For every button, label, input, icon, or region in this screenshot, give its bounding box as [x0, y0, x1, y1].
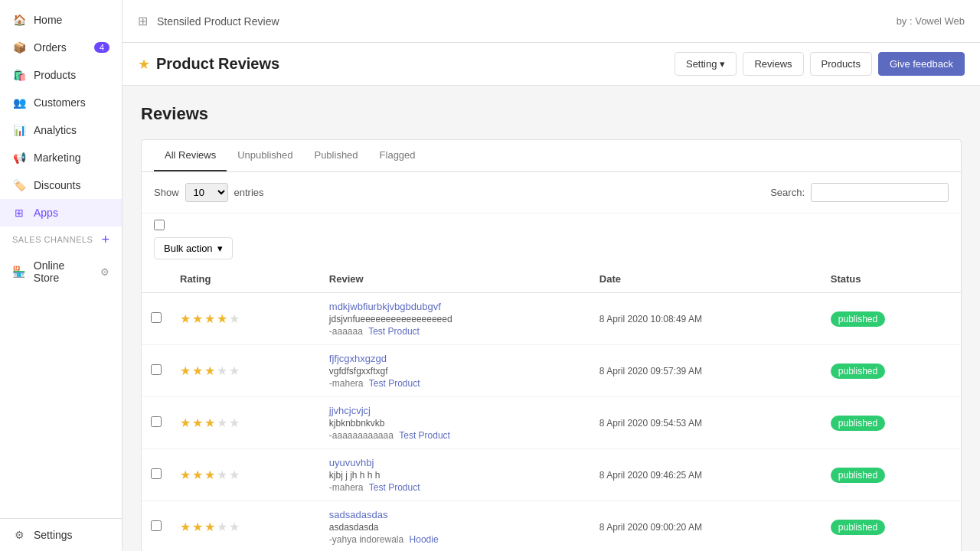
star-rating: ★★★★★: [180, 311, 311, 326]
page-title: Product Reviews: [156, 55, 279, 73]
table-header-row: Rating Review Date Status: [142, 266, 961, 293]
row-review-cell: sadsadasdas asdasdasda -yahya indorewala…: [320, 501, 590, 552]
setting-button[interactable]: Setting ▾: [675, 52, 737, 76]
row-rating-cell: ★★★★★: [171, 449, 320, 501]
search-input[interactable]: [811, 183, 949, 202]
review-title[interactable]: fjfjcgxhxgzgd: [329, 353, 581, 364]
star-filled-icon: ★: [192, 468, 203, 482]
online-store-icon: 🏪: [12, 265, 26, 279]
star-filled-icon: ★: [217, 311, 227, 326]
star-empty-icon: ★: [217, 416, 227, 430]
tab-all-reviews[interactable]: All Reviews: [154, 140, 227, 171]
review-author: -aaaaaa Test Product: [329, 326, 581, 337]
bulk-action-button[interactable]: Bulk action ▾: [154, 237, 233, 259]
sidebar: 🏠 Home 📦 Orders 4 🛍️ Products 👥 Customer…: [0, 0, 122, 551]
star-filled-icon: ★: [204, 416, 215, 430]
give-feedback-button[interactable]: Give feedback: [878, 52, 965, 76]
row-checkbox[interactable]: [151, 416, 162, 427]
tab-published[interactable]: Published: [303, 140, 368, 171]
product-link[interactable]: Test Product: [368, 326, 420, 337]
product-link[interactable]: Test Product: [399, 430, 450, 441]
star-empty-icon: ★: [229, 364, 240, 378]
customers-icon: 👥: [12, 96, 26, 109]
star-filled-icon: ★: [180, 364, 191, 378]
sidebar-item-apps[interactable]: ⊞ Apps: [0, 199, 122, 227]
sidebar-item-label: Home: [34, 14, 62, 26]
review-author: -aaaaaaaaaaaa Test Product: [329, 430, 581, 441]
review-date: 8 April 2020 09:54:53 AM: [599, 418, 702, 429]
col-rating: Rating: [171, 266, 320, 293]
settings-icon: ⚙: [12, 528, 26, 542]
row-checkbox-cell: [142, 345, 171, 397]
status-badge: published: [831, 416, 885, 431]
sidebar-item-label: Online Store: [34, 259, 93, 284]
orders-icon: 📦: [12, 41, 26, 54]
sidebar-item-online-store[interactable]: 🏪 Online Store ⚙: [0, 253, 122, 291]
reviews-table: Rating Review Date Status ★★★★★ mdkjwbfi…: [142, 266, 961, 551]
row-rating-cell: ★★★★★: [171, 501, 320, 552]
add-sales-channel-button[interactable]: +: [101, 233, 109, 246]
col-date: Date: [590, 266, 822, 293]
tab-unpublished[interactable]: Unpublished: [227, 140, 303, 171]
page-header: ★ Product Reviews Setting ▾ Reviews Prod…: [122, 43, 980, 86]
reviews-button[interactable]: Reviews: [743, 52, 803, 76]
tabs-bar: All Reviews Unpublished Published Flagge…: [142, 140, 961, 172]
sidebar-item-label: Settings: [34, 529, 73, 541]
row-review-cell: fjfjcgxhxgzgd vgfdfsfgxxftxgf -mahera Te…: [320, 345, 590, 397]
review-title[interactable]: sadsadasdas: [329, 509, 581, 520]
entries-label: entries: [234, 187, 264, 198]
sidebar-item-label: Customers: [34, 96, 86, 109]
row-review-cell: mdkjwbfiurbkjvbgbdubgvf jdsjvnfueeeeeeee…: [320, 293, 590, 345]
products-button[interactable]: Products: [810, 52, 872, 76]
row-rating-cell: ★★★★★: [171, 397, 320, 449]
row-checkbox-cell: [142, 501, 171, 552]
entries-select[interactable]: 10 25 50 100: [185, 183, 228, 202]
product-link[interactable]: Test Product: [369, 482, 420, 493]
row-status-cell: published: [822, 501, 961, 552]
review-title[interactable]: mdkjwbfiurbkjvbgbdubgvf: [329, 301, 581, 312]
product-link[interactable]: Test Product: [369, 378, 420, 389]
sidebar-item-orders[interactable]: 📦 Orders 4: [0, 34, 122, 61]
main-content: ⊞ Stensiled Product Review by : Vowel We…: [122, 0, 980, 551]
sidebar-item-analytics[interactable]: 📊 Analytics: [0, 116, 122, 144]
setting-chevron-icon: ▾: [720, 58, 725, 70]
review-date: 8 April 2020 09:46:25 AM: [599, 470, 702, 481]
analytics-icon: 📊: [12, 123, 26, 137]
discounts-icon: 🏷️: [12, 178, 26, 192]
row-checkbox[interactable]: [151, 364, 162, 375]
online-store-settings-icon[interactable]: ⚙: [100, 266, 109, 278]
row-checkbox[interactable]: [151, 468, 162, 479]
apps-icon: ⊞: [12, 206, 26, 220]
review-title[interactable]: jjvhcjcvjcj: [329, 405, 581, 416]
sidebar-item-home[interactable]: 🏠 Home: [0, 6, 122, 34]
star-icon: ★: [138, 56, 150, 73]
sidebar-item-customers[interactable]: 👥 Customers: [0, 89, 122, 116]
table-row: ★★★★★ uyuvuvhbj kjbj j jh h h h -mahera …: [142, 449, 961, 501]
sidebar-item-marketing[interactable]: 📢 Marketing: [0, 144, 122, 171]
star-filled-icon: ★: [192, 364, 203, 378]
review-author: -yahya indorewala Hoodie: [329, 534, 581, 545]
star-rating: ★★★★★: [180, 520, 311, 534]
row-checkbox[interactable]: [151, 520, 162, 531]
search-label: Search:: [770, 187, 805, 198]
select-all-checkbox[interactable]: [154, 220, 165, 230]
review-title[interactable]: uyuvuvhbj: [329, 457, 581, 468]
give-feedback-label: Give feedback: [890, 58, 953, 70]
sidebar-item-settings[interactable]: ⚙ Settings: [12, 528, 109, 542]
sidebar-item-discounts[interactable]: 🏷️ Discounts: [0, 171, 122, 199]
products-button-label: Products: [822, 58, 861, 70]
show-label: Show: [154, 187, 179, 198]
bulk-action-chevron-icon: ▾: [217, 243, 223, 254]
row-checkbox[interactable]: [151, 312, 162, 323]
sidebar-item-products[interactable]: 🛍️ Products: [0, 61, 122, 89]
star-filled-icon: ★: [204, 520, 215, 534]
star-empty-icon: ★: [229, 520, 240, 534]
review-body: jdsjvnfueeeeeeeeeeeeeeeeed: [329, 314, 581, 324]
sidebar-item-label: Marketing: [34, 152, 80, 164]
tab-flagged[interactable]: Flagged: [369, 140, 426, 171]
review-body: vgfdfsfgxxftxgf: [329, 366, 581, 377]
content-area: Reviews All Reviews Unpublished Publishe…: [122, 86, 980, 551]
product-link[interactable]: Hoodie: [410, 534, 439, 545]
table-row: ★★★★★ mdkjwbfiurbkjvbgbdubgvf jdsjvnfuee…: [142, 293, 961, 345]
star-rating: ★★★★★: [180, 364, 311, 378]
